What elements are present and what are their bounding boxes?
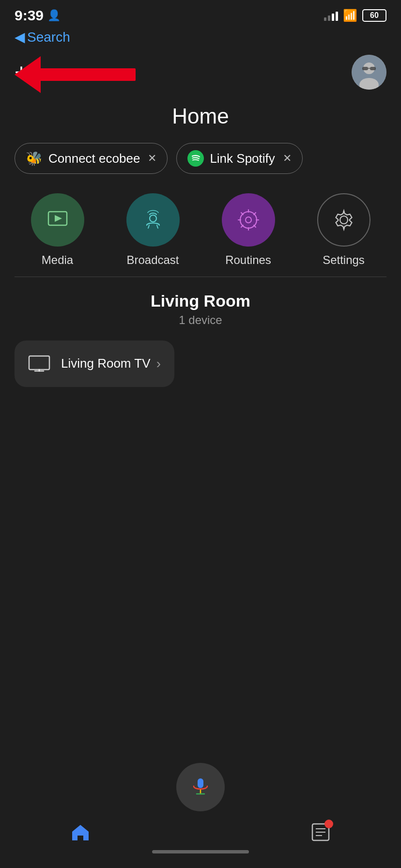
battery-icon: 60 [362,9,386,22]
ecobee-label: Connect ecobee [48,151,140,166]
svg-point-11 [246,217,251,223]
spotify-close-icon[interactable]: ✕ [283,152,292,165]
activity-badge [324,820,333,828]
nav-tabs [0,821,401,843]
routines-circle [222,193,275,247]
broadcast-label: Broadcast [126,253,179,267]
svg-line-17 [254,225,256,227]
status-icons: 📶 60 [324,9,386,22]
mic-icon [189,775,212,799]
actions-grid: Media Broadcast [0,193,401,267]
activity-icon-wrap [309,821,332,843]
svg-line-16 [241,213,243,215]
broadcast-circle [126,193,180,247]
routines-icon [235,207,262,233]
home-icon [69,821,92,843]
svg-line-19 [241,225,243,227]
svg-rect-24 [198,778,203,788]
mic-button[interactable] [176,763,225,811]
routines-label: Routines [225,253,271,267]
svg-point-6 [187,150,204,167]
wifi-icon: 📶 [343,9,357,22]
broadcast-action[interactable]: Broadcast [126,193,180,267]
home-tab[interactable] [69,821,92,843]
home-indicator [152,850,249,853]
media-circle [31,193,84,247]
status-time: 9:39 👤 [15,7,61,24]
settings-action[interactable]: Settings [317,193,370,267]
svg-rect-3 [362,67,368,70]
svg-point-9 [150,215,156,222]
avatar[interactable] [352,55,386,90]
settings-label: Settings [323,253,365,267]
settings-circle [317,193,370,247]
activity-tab[interactable] [309,821,332,843]
device-name: Living Room TV [61,356,151,372]
back-navigation[interactable]: ◀ Search [0,27,401,50]
media-icon [45,207,71,233]
header-row: + [0,50,401,99]
bottom-bar [0,753,401,868]
tv-icon [28,355,50,372]
device-count: 1 device [15,313,386,327]
svg-line-18 [254,213,256,215]
svg-rect-4 [370,67,376,70]
spotify-label: Link Spotify [210,151,275,166]
device-card[interactable]: Living Room TV › [15,341,174,387]
settings-icon [331,207,357,233]
status-bar: 9:39 👤 📶 60 [0,0,401,27]
device-chevron-icon: › [156,356,161,372]
ecobee-icon: 🐝 [26,151,43,167]
connect-ecobee-chip[interactable]: 🐝 Connect ecobee ✕ [15,143,168,174]
back-arrow-icon: ◀ [15,29,25,45]
svg-marker-8 [55,215,62,222]
person-icon: 👤 [47,9,61,22]
mic-row [0,753,401,811]
device-info: Living Room TV [28,355,151,372]
section-divider [15,277,386,277]
chips-row: 🐝 Connect ecobee ✕ Link Spotify ✕ [0,143,401,174]
annotation-arrow [34,68,136,81]
svg-rect-21 [29,356,49,370]
room-name: Living Room [15,292,386,310]
room-section: Living Room 1 device Living Room TV › [0,292,401,387]
page-title: Home [0,104,401,128]
link-spotify-chip[interactable]: Link Spotify ✕ [176,143,302,174]
media-action[interactable]: Media [31,193,84,267]
svg-point-20 [340,216,348,224]
back-label: Search [27,30,70,45]
broadcast-icon [140,207,166,233]
ecobee-close-icon[interactable]: ✕ [148,152,156,165]
media-label: Media [42,253,73,267]
spotify-icon [187,150,204,167]
routines-action[interactable]: Routines [222,193,275,267]
signal-icon [324,10,338,21]
